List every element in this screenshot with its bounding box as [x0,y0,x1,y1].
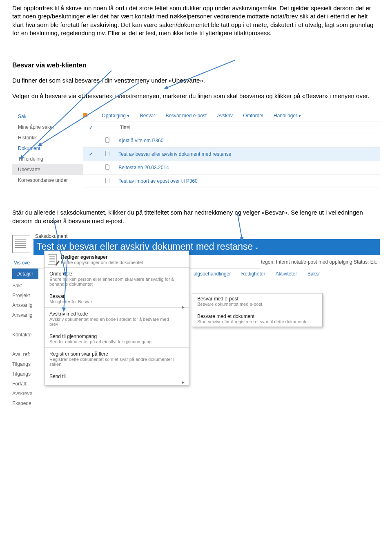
menu-oppfolging[interactable]: Oppfølging ▾ [102,113,129,119]
menu-item-send-gjennomgang[interactable]: Send til gjennomgangSender dokumentet på… [45,331,189,347]
submenu-item-besvar-dokument[interactable]: Besvare med et dokumentStart veiviser fo… [192,311,322,327]
table-row[interactable]: Beitostølen 20.03.2014 [83,161,380,175]
menu-besvar-epost[interactable]: Besvar med e-post [165,113,207,119]
table-row-selected[interactable]: ✓ Test av besvar eller avskriv dokument … [83,148,380,161]
menu-besvar[interactable]: Besvar [140,113,155,119]
paragraph-4: Står du allerede i saksdokumentet, klikk… [12,208,380,225]
paragraph-1: Det oppfordres til å skrive inn noen få … [12,4,380,37]
sidebar-item[interactable]: Historikk [12,132,83,143]
screenshot-saksdokument: Saksdokument Test av besvar eller avskri… [12,233,380,408]
document-icon [105,164,109,170]
document-icon [105,151,109,156]
view-label[interactable]: Vis ove [12,257,41,268]
screenshot-ubesvarte-list: Sak Mine åpne saker Historikk Dokument T… [12,109,380,188]
sidebar-item[interactable]: Dokument [12,143,83,154]
sidebar-heading: Sak [12,111,83,122]
menu-item-avskriv-kode[interactable]: Avskriv med kodeAvskriv dokumentet med e… [45,309,189,329]
menu-avskriv[interactable]: Avskriv [217,113,233,119]
document-large-icon [12,235,30,253]
paragraph-2: Du finner det som skal besvares i din ve… [12,76,380,85]
menu-item-besvar[interactable]: BesvarMuligheter for Besvar [45,291,189,307]
edit-document-icon [48,254,57,265]
table-header: ✓ Tittel [83,121,380,134]
sidebar-item-ubesvarte[interactable]: Ubesvarte [12,164,83,175]
heading-besvar-web: Besvar via web-klienten [12,62,380,69]
menu-item-registrer-svar[interactable]: Registrer som svar på flereRegistrer det… [45,349,189,369]
menu-omfordel[interactable]: Omfordel [243,113,263,119]
submenu-item-besvar-epost[interactable]: Besvar med e-postBesvare dokumentet med … [192,293,322,309]
breadcrumb-label: Saksdokument [35,233,380,239]
menu-item[interactable]: Rediger egenskaper [61,254,108,260]
table-row[interactable]: Kjekt å vite om P360 [83,134,380,148]
paragraph-3: Velger du å besvare via «Ubesvarte» i ve… [12,92,380,100]
sidebar-item[interactable]: Korrespondanse under [12,175,83,186]
menu-item-send-til[interactable]: Send til [45,371,189,382]
sidebar-item[interactable]: Mine åpne saker [12,122,83,132]
tab-item[interactable]: Aktiviteter [276,271,297,277]
meta-text: tegori: Internt notat/e-post med oppfølg… [261,255,380,265]
table-row[interactable]: Test av import av epost over til P360 [83,175,380,188]
document-icon [105,178,109,183]
document-icon [105,137,109,143]
tab-item[interactable]: Rettigheter [241,271,265,277]
tab-detaljer[interactable]: Detaljer [12,269,38,279]
tab-item[interactable]: Saksr [307,271,320,277]
tab-item[interactable]: algsbehandlinger [194,271,231,277]
menu-handlinger[interactable]: Handlinger ▾ [274,113,301,119]
toolbar: Oppfølging ▾ Besvar Besvar med e-post Av… [83,111,380,121]
submenu-besvar: Besvar med e-postBesvare dokumentet med … [192,293,323,327]
chevron-down-icon: ⌄ [254,244,259,250]
